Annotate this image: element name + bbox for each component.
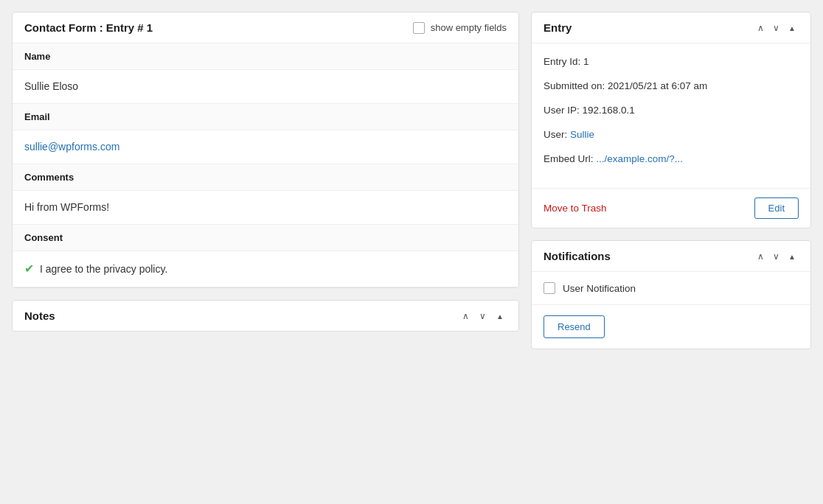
user-ip-label: User IP:	[544, 105, 580, 116]
submitted-label: Submitted on:	[544, 80, 605, 91]
entry-id-label: Entry Id:	[544, 56, 580, 67]
entry-panel: Entry Entry Id: 1	[531, 12, 811, 228]
embed-link[interactable]: .../example.com/?...	[596, 153, 683, 164]
entry-id-num: 1	[583, 56, 589, 67]
email-link[interactable]: sullie@wpforms.com	[24, 141, 119, 153]
notes-title: Notes	[24, 309, 55, 322]
notifications-panel: Notifications User Notification	[531, 240, 811, 349]
comments-value: Hi from WPForms!	[13, 191, 518, 224]
notifications-panel-title: Notifications	[544, 250, 611, 262]
user-row: User: Sullie	[544, 128, 799, 142]
user-ip-addr: 192.168.0.1	[583, 105, 635, 116]
user-notification-row: User Notification	[532, 272, 810, 305]
notif-panel-solid-button[interactable]	[785, 250, 799, 262]
email-label: Email	[13, 104, 518, 130]
email-field-section: Email sullie@wpforms.com	[13, 104, 518, 164]
notifications-panel-controls	[754, 250, 799, 262]
notif-panel-up-button[interactable]	[754, 250, 767, 262]
arrow-up-solid-icon	[496, 310, 504, 321]
embed-url-row: Embed Url: .../example.com/?...	[544, 153, 799, 167]
user-label: User:	[544, 129, 567, 140]
notes-controls	[459, 309, 507, 322]
notif-panel-down-button[interactable]	[770, 250, 782, 262]
comments-field-section: Comments Hi from WPForms!	[13, 164, 518, 225]
name-field-section: Name Sullie Eloso	[13, 43, 518, 104]
chevron-up-icon	[462, 310, 469, 321]
chevron-up-icon	[757, 22, 764, 33]
move-to-trash-button[interactable]: Move to Trash	[544, 203, 607, 214]
notes-collapse-up-button[interactable]	[459, 309, 472, 322]
notes-collapse-down-button[interactable]	[476, 309, 489, 322]
user-notification-label: User Notification	[563, 283, 636, 294]
user-link[interactable]: Sullie	[570, 129, 594, 140]
embed-label: Embed Url:	[544, 153, 594, 164]
arrow-up-solid-icon	[788, 22, 796, 33]
chevron-down-icon	[773, 22, 779, 33]
edit-button[interactable]: Edit	[754, 197, 799, 219]
consent-label: Consent	[13, 225, 518, 251]
entry-panel-up-button[interactable]	[754, 21, 767, 34]
entry-panel-solid-button[interactable]	[785, 21, 799, 34]
entry-panel-title: Entry	[544, 21, 572, 34]
chevron-down-icon	[479, 310, 486, 321]
name-label: Name	[13, 43, 518, 70]
consent-field-section: Consent ✔ I agree to the privacy policy.	[13, 225, 518, 287]
submitted-date: 2021/05/21 at 6:07 am	[608, 80, 707, 91]
entry-id-row: Entry Id: 1	[544, 55, 799, 69]
chevron-up-icon	[757, 251, 764, 262]
consent-text: I agree to the privacy policy.	[40, 262, 167, 277]
notes-card: Notes	[12, 300, 519, 332]
comments-label: Comments	[13, 164, 518, 191]
notes-collapse-solid-button[interactable]	[493, 309, 507, 322]
entry-panel-down-button[interactable]	[770, 21, 782, 34]
chevron-down-icon	[773, 251, 779, 262]
consent-value: ✔ I agree to the privacy policy.	[13, 251, 518, 287]
resend-button[interactable]: Resend	[544, 315, 605, 338]
show-empty-fields-container: show empty fields	[413, 22, 507, 34]
email-value: sullie@wpforms.com	[13, 130, 518, 164]
entry-actions: Move to Trash Edit	[532, 188, 810, 228]
entry-panel-controls	[754, 21, 799, 34]
show-empty-fields-label: show empty fields	[431, 22, 507, 33]
user-ip-row: User IP: 192.168.0.1	[544, 104, 799, 118]
entry-title: Contact Form : Entry # 1	[24, 21, 153, 34]
submitted-row: Submitted on: 2021/05/21 at 6:07 am	[544, 80, 799, 94]
name-value: Sullie Eloso	[13, 70, 518, 103]
show-empty-fields-checkbox[interactable]	[413, 22, 425, 34]
arrow-up-solid-icon	[788, 251, 796, 262]
user-notification-checkbox[interactable]	[544, 282, 555, 294]
resend-area: Resend	[532, 305, 810, 349]
consent-checkmark-icon: ✔	[24, 260, 34, 278]
